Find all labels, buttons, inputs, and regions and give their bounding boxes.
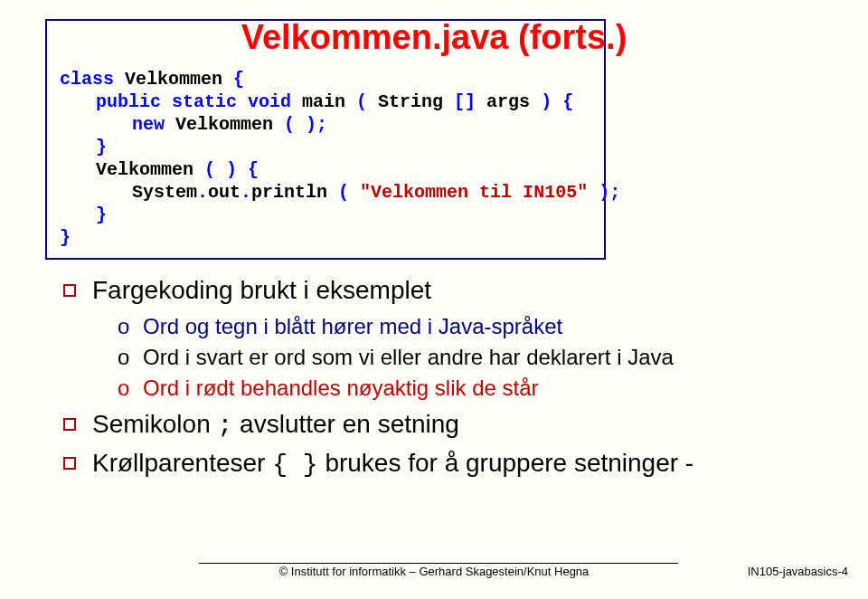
code-line-1: class Velkommen { xyxy=(60,68,591,90)
code-line-8: } xyxy=(60,226,591,249)
slide-footer: © Institutt for informatikk – Gerhard Sk… xyxy=(0,563,868,583)
footer-pagecode: IN105-javabasics-4 xyxy=(748,565,848,578)
bullet-1-sub-3: oOrd i rødt behandles nøyaktig slik de s… xyxy=(118,376,805,401)
bullet-box-icon xyxy=(63,284,76,297)
footer-credit: © Institutt for informatikk – Gerhard Sk… xyxy=(0,565,868,578)
code-line-4: } xyxy=(60,136,591,158)
footer-rule xyxy=(199,563,678,564)
code-line-5: Velkommen ( ) { xyxy=(60,158,591,181)
bullet-list: Fargekoding brukt i eksemplet oOrd og te… xyxy=(63,276,805,479)
bullet-1-sub-1: oOrd og tegn i blått hører med i Java-sp… xyxy=(118,314,805,339)
slide: Velkommen.java (forts.) class Velkommen … xyxy=(0,0,868,599)
bullet-2: Semikolon ; avslutter en setning xyxy=(63,410,805,440)
bullet-1-sub-2: oOrd i svart er ord som vi eller andre h… xyxy=(118,345,805,370)
code-line-3: new Velkommen ( ); xyxy=(60,113,591,136)
code-line-7: } xyxy=(60,204,591,226)
slide-title: Velkommen.java (forts.) xyxy=(63,18,805,57)
bullet-1: Fargekoding brukt i eksemplet xyxy=(63,276,805,305)
bullet-box-icon xyxy=(63,418,76,431)
bullet-box-icon xyxy=(63,457,76,470)
bullet-3: Krøllparenteser { } brukes for å grupper… xyxy=(63,449,805,479)
code-line-6: System.out.println ( "Velkommen til IN10… xyxy=(60,181,591,204)
code-line-2: public static void main ( String [] args… xyxy=(60,90,591,113)
